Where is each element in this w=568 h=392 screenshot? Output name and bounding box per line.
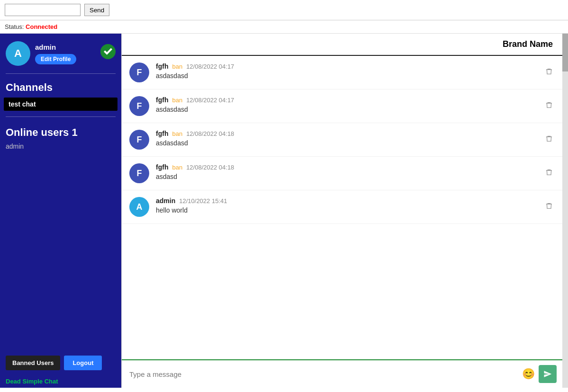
message-username: fgfh xyxy=(156,130,168,137)
delete-message-button[interactable] xyxy=(543,200,555,214)
message-item: F fgfh ban 12/08/2022 04:18 asdasdasd xyxy=(122,123,562,157)
sidebar-bottom: Banned Users Logout xyxy=(0,350,121,376)
message-item: F fgfh ban 12/08/2022 04:18 asdasd xyxy=(122,157,562,190)
message-input[interactable] xyxy=(127,367,518,381)
send-button[interactable]: Send xyxy=(84,4,109,16)
banned-users-button[interactable]: Banned Users xyxy=(6,356,60,370)
message-content: admin 12/10/2022 15:41 hello world xyxy=(156,197,537,214)
message-meta: admin 12/10/2022 15:41 xyxy=(156,197,537,205)
profile-username: admin xyxy=(35,43,76,51)
message-meta: fgfh ban 12/08/2022 04:17 xyxy=(156,62,537,70)
message-text: asdasdasd xyxy=(156,139,537,147)
sidebar-footer: Dead Simple Chat xyxy=(0,376,121,388)
message-item: A admin 12/10/2022 15:41 hello world xyxy=(122,190,562,224)
ban-badge[interactable]: ban xyxy=(172,97,182,104)
message-avatar: A xyxy=(129,197,149,217)
logout-button[interactable]: Logout xyxy=(64,356,102,370)
right-scrollbar[interactable] xyxy=(562,34,568,388)
channels-title: Channels xyxy=(0,78,121,96)
delete-message-button[interactable] xyxy=(543,66,555,79)
sidebar-divider-1 xyxy=(6,73,116,74)
channel-item-test-chat[interactable]: test chat xyxy=(4,98,117,111)
status-value: Connected xyxy=(26,23,57,30)
message-time: 12/08/2022 04:18 xyxy=(186,164,234,171)
message-meta: fgfh ban 12/08/2022 04:18 xyxy=(156,163,537,171)
avatar: A xyxy=(6,41,30,66)
main-layout: A admin Edit Profile Channels test chat … xyxy=(0,34,568,388)
status-bar: Status: Connected xyxy=(0,20,568,34)
message-avatar: F xyxy=(129,130,149,150)
profile-area: A admin Edit Profile xyxy=(0,34,121,70)
messages-list: F fgfh ban 12/08/2022 04:17 asdasdasd F … xyxy=(122,56,562,359)
top-input[interactable] xyxy=(5,4,81,16)
message-time: 12/10/2022 15:41 xyxy=(179,197,227,205)
message-content: fgfh ban 12/08/2022 04:18 asdasdasd xyxy=(156,130,537,147)
message-input-area: 😊 xyxy=(122,359,562,388)
chat-header: Brand Name xyxy=(122,34,562,56)
delete-message-button[interactable] xyxy=(543,133,555,146)
scrollbar-thumb xyxy=(562,34,568,71)
sidebar: A admin Edit Profile Channels test chat … xyxy=(0,34,121,388)
delete-message-button[interactable] xyxy=(543,99,555,113)
message-time: 12/08/2022 04:18 xyxy=(186,130,234,137)
ban-badge[interactable]: ban xyxy=(172,63,182,70)
message-username: fgfh xyxy=(156,62,168,70)
send-message-button[interactable] xyxy=(539,365,557,383)
message-username: admin xyxy=(156,197,175,205)
online-user-admin: admin xyxy=(0,141,121,152)
message-text: hello world xyxy=(156,206,537,214)
chat-area: Brand Name F fgfh ban 12/08/2022 04:17 a… xyxy=(121,34,562,388)
ban-badge[interactable]: ban xyxy=(172,164,182,171)
ban-badge[interactable]: ban xyxy=(172,130,182,137)
message-item: F fgfh ban 12/08/2022 04:17 asdasdasd xyxy=(122,56,562,89)
message-avatar: F xyxy=(129,163,149,183)
message-avatar: F xyxy=(129,96,149,116)
online-users-title: Online users 1 xyxy=(0,121,121,141)
sidebar-divider-2 xyxy=(6,116,116,117)
message-text: asdasdasd xyxy=(156,106,537,113)
message-username: fgfh xyxy=(156,163,168,171)
top-bar: Send xyxy=(0,0,568,20)
status-label: Status: xyxy=(5,23,24,30)
message-content: fgfh ban 12/08/2022 04:17 asdasdasd xyxy=(156,62,537,80)
message-text: asdasdasd xyxy=(156,72,537,80)
message-meta: fgfh ban 12/08/2022 04:18 xyxy=(156,130,537,137)
message-time: 12/08/2022 04:17 xyxy=(186,97,234,104)
emoji-button[interactable]: 😊 xyxy=(522,368,535,380)
message-avatar: F xyxy=(129,62,149,82)
profile-info: admin Edit Profile xyxy=(35,43,76,64)
message-time: 12/08/2022 04:17 xyxy=(186,63,234,70)
message-content: fgfh ban 12/08/2022 04:18 asdasd xyxy=(156,163,537,180)
message-content: fgfh ban 12/08/2022 04:17 asdasdasd xyxy=(156,96,537,113)
message-text: asdasd xyxy=(156,173,537,180)
edit-profile-button[interactable]: Edit Profile xyxy=(35,54,76,64)
notification-icon[interactable] xyxy=(100,44,116,59)
message-meta: fgfh ban 12/08/2022 04:17 xyxy=(156,96,537,104)
message-username: fgfh xyxy=(156,96,168,104)
delete-message-button[interactable] xyxy=(543,167,555,180)
message-item: F fgfh ban 12/08/2022 04:17 asdasdasd xyxy=(122,89,562,123)
